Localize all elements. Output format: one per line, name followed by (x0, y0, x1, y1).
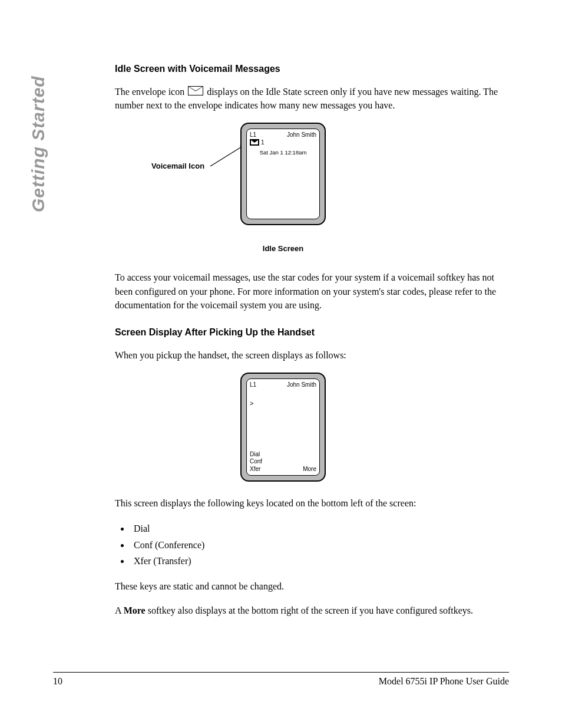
section1-para2: To access your voicemail messages, use t… (115, 271, 507, 312)
phone-frame-idle: L1 John Smith 1 Sat Jan 1 12:18am (240, 123, 326, 225)
section2-para2: This screen displays the following keys … (115, 496, 507, 510)
figure1-caption: Idle Screen (240, 244, 326, 253)
idle-line-label: L1 (250, 131, 256, 138)
section1-para1-pre: The envelope icon (115, 87, 187, 97)
idle-name-label: John Smith (287, 131, 316, 138)
softkey-bullet-list: Dial Conf (Conference) Xfer (Transfer) (115, 521, 507, 569)
softkey-conf: Conf (250, 458, 262, 466)
softkey-more: More (303, 466, 316, 473)
idle-datetime: Sat Jan 1 12:18am (250, 149, 316, 156)
softkey-dial: Dial (250, 451, 262, 459)
footer-title: Model 6755i IP Phone User Guide (379, 676, 509, 687)
voicemail-count: 1 (261, 139, 265, 146)
dial-prompt: > (250, 400, 316, 407)
section1-para1: The envelope icon displays on the Idle S… (115, 85, 507, 112)
offhook-line-label: L1 (250, 381, 256, 388)
softkey-block: Dial Conf Xfer More (250, 451, 316, 473)
section2-para1: When you pickup the handset, the screen … (115, 348, 507, 362)
envelope-icon (188, 86, 203, 95)
section2-para4-post: softkey also displays at the bottom righ… (146, 605, 473, 615)
bullet-xfer: Xfer (Transfer) (130, 553, 507, 569)
page-footer: 10 Model 6755i IP Phone User Guide (53, 672, 509, 687)
phone-screen-idle: L1 John Smith 1 Sat Jan 1 12:18am (246, 129, 320, 219)
figure-offhook-screen: L1 John Smith > Dial Conf Xfer More (115, 373, 507, 490)
section2-heading: Screen Display After Picking Up the Hand… (115, 327, 507, 338)
section2-para4-pre: A (115, 605, 124, 615)
bullet-dial: Dial (130, 521, 507, 536)
svg-line-0 (210, 145, 244, 166)
section1-heading: Idle Screen with Voicemail Messages (115, 64, 507, 74)
figure-idle-screen: Voicemail Icon L1 John Smith (115, 123, 507, 253)
softkey-xfer: Xfer (250, 466, 262, 473)
offhook-name-label: John Smith (287, 381, 316, 388)
section2-para3: These keys are static and cannot be chan… (115, 579, 507, 593)
bullet-conf: Conf (Conference) (130, 537, 507, 553)
section2-para4: A More softkey also displays at the bott… (115, 604, 507, 617)
page-number: 10 (53, 676, 62, 687)
voicemail-icon-callout: Voicemail Icon (151, 162, 204, 170)
phone-screen-offhook: L1 John Smith > Dial Conf Xfer More (246, 378, 320, 476)
voicemail-icon (250, 139, 259, 146)
phone-frame-offhook: L1 John Smith > Dial Conf Xfer More (240, 373, 326, 482)
page-content: Idle Screen with Voicemail Messages The … (115, 64, 507, 628)
section2-para4-bold: More (124, 605, 146, 615)
